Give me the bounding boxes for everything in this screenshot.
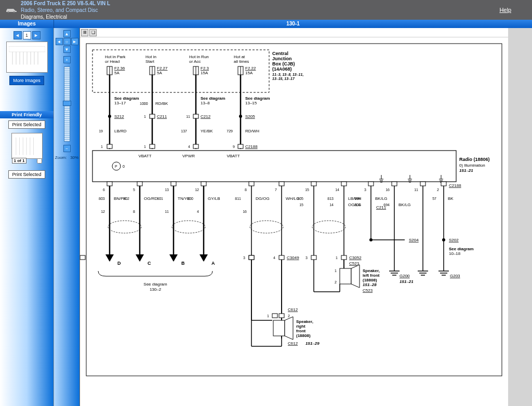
svg-text:11: 11 — [186, 115, 190, 118]
zoom-controls: ▲ ◄○► ▼ + − Zoom: 30% — [54, 28, 80, 406]
svg-text:C523: C523 — [363, 288, 373, 293]
svg-text:12: 12 — [101, 210, 105, 213]
svg-text:D: D — [117, 261, 121, 266]
help-link[interactable]: Help — [499, 7, 511, 13]
svg-text:694: 694 — [354, 197, 361, 200]
svg-text:(18808): (18808) — [296, 333, 311, 338]
svg-text:729: 729 — [227, 129, 233, 133]
thumb-next-button[interactable]: ► — [32, 31, 41, 39]
svg-text:2: 2 — [288, 314, 290, 318]
svg-rect-112 — [249, 182, 254, 186]
svg-text:G200: G200 — [400, 274, 410, 278]
svg-text:5A: 5A — [157, 71, 162, 75]
svg-text:137: 137 — [181, 129, 187, 133]
zoom-slider-thumb[interactable] — [63, 101, 71, 106]
svg-text:S205: S205 — [245, 114, 255, 119]
more-images-button[interactable]: More Images — [9, 76, 44, 85]
svg-text:13–17: 13–17 — [114, 101, 126, 105]
svg-text:15: 15 — [305, 188, 309, 192]
images-header: Images — [0, 20, 54, 28]
svg-text:57: 57 — [432, 197, 436, 200]
svg-text:C3049: C3049 — [287, 255, 299, 260]
sidebar: ◄ 1 ► More Images Print Friendly Print S… — [0, 28, 54, 406]
svg-rect-17 — [86, 44, 502, 376]
svg-text:8: 8 — [245, 188, 247, 192]
print-selected-button-2[interactable]: Print Selected — [8, 170, 45, 179]
svg-text:1: 1 — [144, 115, 146, 118]
svg-text:(18808): (18808) — [363, 278, 377, 282]
svg-text:151–21: 151–21 — [459, 168, 473, 173]
svg-text:See diagram: See diagram — [201, 96, 225, 101]
svg-text:DG/OG: DG/OG — [256, 196, 270, 201]
svg-text:16: 16 — [385, 188, 390, 192]
svg-point-1 — [14, 11, 15, 13]
print-selected-button-1[interactable]: Print Selected — [8, 120, 45, 129]
svg-rect-179 — [249, 255, 254, 260]
svg-text:C211: C211 — [157, 114, 167, 119]
svg-rect-209 — [273, 320, 285, 336]
svg-text:GY/LB: GY/LB — [208, 196, 220, 201]
svg-text:13–15: 13–15 — [245, 101, 257, 105]
zoom-in-button[interactable]: + — [63, 56, 71, 63]
svg-text:LB/RD: LB/RD — [114, 129, 127, 133]
svg-text:F2.27: F2.27 — [157, 66, 168, 71]
svg-text:or Acc: or Acc — [189, 59, 201, 64]
svg-text:10–18: 10–18 — [449, 251, 461, 256]
svg-text:B: B — [181, 261, 185, 266]
svg-text:See diagram: See diagram — [449, 247, 474, 251]
svg-text:See diagram: See diagram — [143, 282, 167, 287]
svg-text:or Head: or Head — [105, 59, 119, 64]
page-number-header: 130-1 — [54, 20, 532, 28]
svg-text:right: right — [296, 324, 305, 329]
svg-rect-116 — [368, 182, 374, 186]
svg-text:WH/LG: WH/LG — [286, 196, 299, 201]
print-thumbnail[interactable]: 1 of 1 — [11, 133, 43, 159]
tool-icon-1[interactable]: ⊞ — [81, 29, 88, 36]
svg-text:19: 19 — [99, 129, 103, 133]
svg-text:Radio (18806): Radio (18806) — [459, 157, 490, 162]
svg-text:694: 694 — [383, 203, 390, 207]
svg-text:G203: G203 — [450, 274, 460, 278]
svg-text:15A: 15A — [245, 71, 253, 75]
svg-text:left front: left front — [363, 273, 380, 278]
pan-center-button[interactable]: ○ — [63, 38, 71, 45]
svg-text:Speaker,: Speaker, — [363, 268, 380, 273]
svg-text:front: front — [296, 329, 306, 333]
svg-rect-190 — [340, 268, 351, 284]
svg-text:151–21: 151–21 — [400, 279, 414, 284]
wiring-diagram: Central Junction Box (CJB) (14A068) 11–3… — [80, 37, 508, 406]
svg-text:BK/LG: BK/LG — [398, 202, 411, 207]
svg-text:See diagram: See diagram — [114, 96, 139, 101]
diagram-pane[interactable]: ⊞ ❏ Central Junction Box (CJB) (14A068) … — [80, 28, 508, 406]
tool-icon-2[interactable]: ❏ — [89, 29, 97, 36]
pan-down-button[interactable]: ▼ — [63, 46, 71, 53]
svg-text:F2.22: F2.22 — [245, 66, 256, 71]
svg-text:S202: S202 — [449, 238, 459, 242]
svg-text:2: 2 — [437, 188, 439, 192]
vehicle-system: Radio, Stereo, and Compact Disc — [21, 7, 110, 13]
svg-text:BK: BK — [448, 196, 454, 201]
thumb-prev-button[interactable]: ◄ — [14, 31, 22, 39]
thumbnail-1[interactable] — [6, 42, 48, 73]
svg-text:13: 13 — [165, 188, 169, 192]
svg-text:802: 802 — [123, 197, 129, 200]
svg-text:C2188: C2188 — [449, 183, 461, 188]
zoom-slider[interactable] — [64, 66, 70, 142]
svg-text:14: 14 — [335, 188, 339, 192]
svg-text:VPWR: VPWR — [182, 154, 195, 158]
right-spacer — [508, 28, 532, 406]
page-badge: 1 of 1 — [12, 158, 27, 164]
svg-text:(14A068): (14A068) — [272, 66, 292, 72]
svg-rect-79 — [150, 144, 155, 148]
svg-text:C: C — [148, 261, 151, 266]
svg-text:0: 0 — [123, 165, 125, 168]
print-select-checkbox[interactable] — [37, 158, 42, 164]
svg-text:15A: 15A — [201, 71, 208, 75]
breadcrumb: Diagrams, Electrical — [21, 13, 110, 20]
pan-left-button[interactable]: ◄ — [56, 38, 63, 45]
svg-text:3: 3 — [243, 256, 245, 260]
zoom-out-button[interactable]: − — [63, 145, 71, 152]
pan-right-button[interactable]: ► — [71, 38, 78, 45]
pan-up-button[interactable]: ▲ — [63, 30, 71, 37]
svg-text:VBATT: VBATT — [227, 154, 240, 158]
